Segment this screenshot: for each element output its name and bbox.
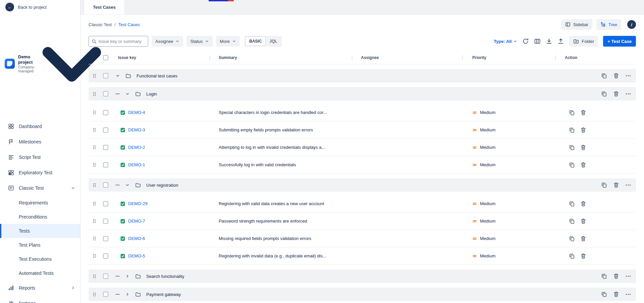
add-folder-button[interactable]: Folder <box>569 36 598 47</box>
issue-key-link[interactable]: DEMO-2 <box>128 145 145 150</box>
copy-button[interactable] <box>569 127 575 133</box>
breadcrumb-parent-link[interactable]: Classic Test <box>89 22 112 27</box>
drag-handle-icon[interactable] <box>92 236 97 241</box>
more-actions-button[interactable] <box>625 73 631 79</box>
sidebar-item-tests[interactable]: Tests <box>0 224 80 238</box>
copy-button[interactable] <box>601 291 607 297</box>
delete-button[interactable] <box>580 201 586 207</box>
issue-key-link[interactable]: DEMO-6 <box>128 236 145 241</box>
row-checkbox[interactable] <box>103 219 108 224</box>
row-checkbox[interactable] <box>103 91 108 97</box>
drag-handle-icon[interactable] <box>92 253 97 258</box>
back-to-project-button[interactable]: Back to project <box>0 3 80 11</box>
row-checkbox[interactable] <box>103 145 108 150</box>
copy-button[interactable] <box>569 236 575 242</box>
row-checkbox[interactable] <box>103 182 108 188</box>
row-checkbox[interactable] <box>103 110 108 115</box>
breadcrumb-current-link[interactable]: Test Cases <box>118 22 140 27</box>
delete-button[interactable] <box>580 127 586 133</box>
more-actions-button[interactable] <box>625 182 631 188</box>
row-checkbox[interactable] <box>103 274 108 279</box>
columns-settings-button[interactable] <box>534 38 541 45</box>
tree-view-button[interactable]: Tree <box>596 19 621 30</box>
sidebar-item-requirements[interactable]: Requirements <box>0 196 80 210</box>
folder-name[interactable]: User registration <box>146 183 178 188</box>
copy-button[interactable] <box>569 201 575 207</box>
drag-handle-icon[interactable] <box>92 274 97 279</box>
type-filter-dropdown[interactable]: Type: All <box>494 39 517 44</box>
folder-name[interactable]: Login <box>146 92 157 97</box>
expand-toggle-icon[interactable] <box>125 92 130 96</box>
project-switcher[interactable]: Demo project Company-managed <box>0 11 80 116</box>
more-actions-button[interactable] <box>625 273 631 279</box>
refresh-button[interactable] <box>522 38 529 45</box>
sidebar-item-test-executions[interactable]: Test Executions <box>0 252 80 266</box>
issue-key-link[interactable]: DEMO-3 <box>128 127 145 132</box>
copy-button[interactable] <box>569 144 575 150</box>
folder-name[interactable]: Search functionality <box>146 274 184 279</box>
copy-button[interactable] <box>569 162 575 168</box>
copy-button[interactable] <box>601 273 607 279</box>
issue-key-link[interactable]: DEMO-4 <box>128 110 145 115</box>
sidebar-toggle-button[interactable]: Sidebar <box>561 19 592 30</box>
delete-button[interactable] <box>580 236 586 242</box>
copy-button[interactable] <box>601 182 607 188</box>
tab-test-cases[interactable]: Test Cases <box>84 0 125 14</box>
expand-toggle-icon[interactable] <box>125 292 130 297</box>
status-filter-dropdown[interactable]: Status <box>186 36 213 47</box>
copy-button[interactable] <box>569 218 575 224</box>
sidebar-item-classic-test[interactable]: Classic Test <box>0 180 80 196</box>
expand-toggle-icon[interactable] <box>115 73 120 78</box>
delete-button[interactable] <box>613 73 619 79</box>
drag-handle-icon[interactable] <box>92 162 97 167</box>
delete-button[interactable] <box>613 182 619 188</box>
issue-key-link[interactable]: DEMO-5 <box>128 253 145 258</box>
import-button[interactable] <box>557 38 564 45</box>
sidebar-item-preconditions[interactable]: Preconditions <box>0 210 80 224</box>
drag-handle-icon[interactable] <box>92 127 97 132</box>
row-checkbox[interactable] <box>103 73 108 78</box>
delete-button[interactable] <box>613 273 619 279</box>
delete-button[interactable] <box>580 253 586 259</box>
row-checkbox[interactable] <box>103 292 108 297</box>
drag-handle-icon[interactable] <box>92 201 97 206</box>
delete-button[interactable] <box>613 291 619 297</box>
row-checkbox[interactable] <box>103 127 108 133</box>
sidebar-item-milestones[interactable]: Milestones <box>0 134 80 149</box>
create-test-case-button[interactable]: + Test Case <box>603 36 636 47</box>
more-actions-button[interactable] <box>625 291 631 297</box>
row-checkbox[interactable] <box>103 201 108 206</box>
issue-key-link[interactable]: DEMO-1 <box>128 162 145 167</box>
row-checkbox[interactable] <box>103 253 108 259</box>
issue-key-link[interactable]: DEMO-29 <box>128 201 148 206</box>
sidebar-item-script-test[interactable]: Script Test <box>0 149 80 165</box>
expand-toggle-icon[interactable] <box>125 183 130 187</box>
delete-button[interactable] <box>580 144 586 150</box>
sidebar-item-settings[interactable]: Settings <box>0 296 80 303</box>
info-icon[interactable] <box>627 20 636 29</box>
jql-mode-button[interactable]: JQL <box>266 39 281 44</box>
delete-button[interactable] <box>613 91 619 97</box>
copy-button[interactable] <box>569 110 575 116</box>
assignee-filter-dropdown[interactable]: Assignee <box>152 36 183 47</box>
sidebar-item-test-plans[interactable]: Test Plans <box>0 238 80 252</box>
search-input[interactable] <box>99 39 145 44</box>
row-checkbox[interactable] <box>103 162 108 168</box>
drag-handle-icon[interactable] <box>92 92 97 97</box>
folder-name[interactable]: Payment gateway <box>146 292 181 297</box>
sidebar-item-reports[interactable]: Reports <box>0 280 80 296</box>
drag-handle-icon[interactable] <box>92 73 97 78</box>
copy-button[interactable] <box>601 73 607 79</box>
row-checkbox[interactable] <box>103 236 108 241</box>
sidebar-item-automated-tests[interactable]: Automated Tests <box>0 266 80 280</box>
expand-toggle-icon[interactable] <box>125 274 130 279</box>
delete-button[interactable] <box>580 110 586 116</box>
select-all-checkbox[interactable] <box>103 55 108 60</box>
issue-key-link[interactable]: DEMO-7 <box>128 219 145 224</box>
drag-handle-icon[interactable] <box>92 292 97 297</box>
drag-handle-icon[interactable] <box>92 145 97 150</box>
more-filter-dropdown[interactable]: More <box>216 36 240 47</box>
delete-button[interactable] <box>580 218 586 224</box>
delete-button[interactable] <box>580 162 586 168</box>
drag-handle-icon[interactable] <box>92 110 97 115</box>
